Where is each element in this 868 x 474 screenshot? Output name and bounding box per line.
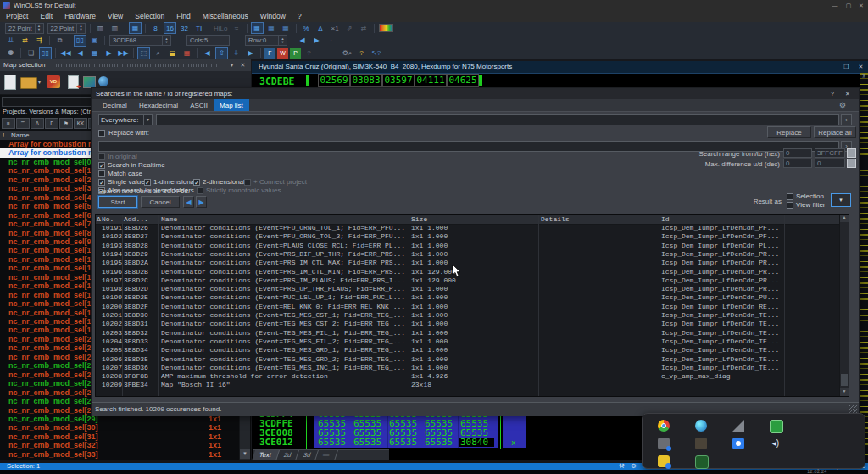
search-input[interactable] — [156, 114, 839, 125]
peak-up-icon[interactable]: ⇧ — [215, 47, 228, 59]
prev-map-icon[interactable]: ◀ — [74, 47, 86, 59]
edge-tray-icon[interactable] — [695, 420, 707, 432]
widget-tray-icon[interactable] — [770, 420, 783, 433]
help-dim-icon[interactable]: ? — [303, 47, 315, 59]
maxdiff-down-field[interactable]: 0 — [815, 159, 845, 168]
table-row[interactable]: 102043E8D33Denominator conditions (Event… — [96, 337, 837, 346]
menu-edit[interactable]: Edit — [34, 11, 58, 22]
title-bar[interactable]: WinOLS5 for Default — ▢ ✕ — [0, 0, 868, 11]
last-map-icon[interactable]: ▶▶ — [117, 47, 130, 59]
column-header-size[interactable]: Size — [411, 215, 427, 224]
width-ti-icon[interactable]: TI — [192, 22, 205, 34]
hex-value-cell[interactable]: 65535 — [389, 438, 423, 447]
tab-map-list[interactable]: Map list — [214, 99, 249, 111]
winols-icon[interactable]: W — [277, 48, 288, 59]
map-image-icon[interactable] — [83, 76, 96, 88]
columns-field-browse-icon[interactable]: .. — [220, 36, 229, 45]
maxdiff-pick-button[interactable] — [847, 159, 856, 168]
dialog-help-icon[interactable]: ? — [827, 89, 837, 98]
selection-tool-icon[interactable]: ⬚ — [137, 47, 150, 59]
font-size-field-2-spinner[interactable]: ▲▼ — [76, 24, 85, 33]
prev-difference-icon[interactable]: ◀ — [201, 47, 214, 59]
font-style-a-icon[interactable]: ▥ — [94, 22, 107, 34]
tab-decimal[interactable]: Decimal — [97, 99, 133, 111]
table-row[interactable]: 101943E8D29Denominator conditions (Event… — [96, 250, 837, 259]
table-row[interactable]: 101963E8D2BDenominator conditions (Event… — [96, 268, 837, 276]
app-f-icon[interactable]: F — [264, 48, 275, 59]
volume-tray-icon[interactable]: ◂) — [770, 438, 782, 449]
hex-value-cell[interactable]: 65535 — [425, 438, 459, 447]
factor-icon[interactable]: ×1 — [329, 22, 342, 34]
user-icon[interactable]: ⚉ — [4, 47, 17, 59]
font-size-field-2[interactable]: 22 Point▲▼ — [47, 23, 86, 34]
realtime-checkbox[interactable] — [98, 162, 105, 169]
map-list-tool-4-icon[interactable]: ⚑ — [59, 118, 73, 129]
hexdump-close-icon[interactable]: ✕ — [855, 62, 866, 72]
diff-grid-icon[interactable]: ▦ — [181, 47, 193, 59]
table-row[interactable]: 101993E8D2EDenominator conditions (Event… — [96, 293, 837, 302]
hexdump-restore-icon[interactable]: ❐ — [841, 62, 852, 72]
resize-grip[interactable] — [849, 405, 857, 413]
match-case-checkbox[interactable] — [98, 170, 105, 177]
hexdump-title-bar[interactable]: Hyundai Santa Cruz (Original), SIM3K-540… — [252, 61, 868, 74]
difference-icon[interactable]: Δ — [314, 22, 327, 34]
export-file-icon[interactable]: ⇄ — [19, 35, 31, 47]
map-view-3d-icon[interactable]: ▦ — [265, 22, 278, 34]
width-16-icon[interactable]: 16 — [164, 22, 176, 34]
grid-view-icon[interactable]: ▦ — [129, 22, 142, 34]
hex-address[interactable]: 3CE012 — [259, 438, 293, 447]
prev-address-icon[interactable]: ◀ — [296, 35, 309, 47]
name-column-header[interactable]: Name — [11, 131, 29, 140]
address-field-browse-icon[interactable]: .. — [153, 36, 162, 45]
import-file-icon[interactable]: ⇊ — [4, 35, 17, 47]
hex-value-cell[interactable]: 65535 — [318, 438, 352, 447]
column-header-no[interactable]: No. — [102, 215, 114, 224]
hex-value-cell[interactable]: 04625 — [447, 74, 479, 87]
search-history-icon[interactable]: › — [841, 114, 852, 125]
font-style-b-icon[interactable]: ▥ — [108, 22, 121, 34]
chevron-down-icon[interactable]: ▼ — [143, 115, 152, 125]
import-damos-icon[interactable]: VD — [47, 75, 60, 88]
network-tray-icon[interactable] — [732, 420, 744, 432]
row-field-spinner[interactable]: ▲▼ — [278, 36, 287, 45]
scroll-down-icon[interactable]: ▼ — [240, 449, 250, 459]
scroll-to-top-icon[interactable]: ⊼ — [860, 74, 868, 79]
copy-version-icon[interactable]: ⧉ — [53, 35, 66, 47]
table-row[interactable]: 102003E8D2FDenominator conditions (Event… — [96, 303, 837, 311]
search-settings-icon[interactable]: ⚙⌕ — [341, 47, 353, 59]
hex-value-cell[interactable]: 03597 — [382, 74, 415, 87]
menu-window[interactable]: Window — [254, 11, 292, 22]
menu-miscellaneous[interactable]: Miscellaneous — [197, 11, 254, 22]
font-size-field-1-spinner[interactable]: ▲▼ — [35, 24, 43, 33]
font-size-field-1[interactable]: 22 Point▲▼ — [5, 23, 44, 34]
hex-value-cell[interactable]: 04111 — [415, 74, 447, 87]
table-row[interactable]: 102033E8D32Denominator conditions (Event… — [96, 329, 837, 337]
column-header-details[interactable]: Details — [541, 215, 570, 224]
camera-tray-icon[interactable] — [732, 438, 744, 449]
menu-find[interactable]: Find — [170, 11, 197, 22]
address-field[interactable]: 3CDF68..▲▼ — [109, 35, 171, 46]
compare-windows-icon[interactable]: ▯▯ — [74, 35, 86, 47]
list-item[interactable]: nc_nr_cmb_mod_sel[31]1x1 — [0, 432, 251, 441]
single-value-checkbox[interactable] — [98, 179, 105, 186]
cancel-button[interactable]: Cancel — [141, 196, 180, 208]
minimize-button[interactable]: — — [829, 0, 841, 11]
table-row[interactable]: 102023E8D31Denominator conditions (Event… — [96, 320, 837, 328]
search-hit-marker-strip[interactable] — [860, 73, 868, 460]
plant-tray-icon[interactable] — [695, 455, 709, 469]
status-gear-icon[interactable]: ⚙ — [631, 463, 637, 470]
replace-button[interactable]: Replace — [767, 126, 811, 138]
table-row[interactable]: 101923E8D27Denominator conditions (Event… — [96, 232, 837, 241]
folder-tray-icon[interactable] — [695, 438, 707, 449]
menu-[interactable]: ? — [292, 11, 308, 22]
first-map-icon[interactable]: ◀◀ — [59, 47, 72, 59]
range-pick-button[interactable] — [847, 148, 856, 158]
two-dim-checkbox[interactable] — [193, 179, 200, 186]
range-to-field[interactable]: 3FFCFF — [815, 148, 845, 158]
transfer-icon[interactable]: ⇶ — [33, 35, 46, 47]
list-item[interactable]: nc_nr_cmb_mod_sel[33]1x1 — [0, 450, 251, 459]
maxdiff-up-field[interactable]: 0 — [783, 159, 812, 168]
table-row[interactable]: 102053E8D34Denominator conditions (Event… — [96, 346, 837, 354]
zoom-icon[interactable]: ⌕ — [152, 47, 164, 59]
mail-tray-icon[interactable] — [658, 455, 670, 467]
